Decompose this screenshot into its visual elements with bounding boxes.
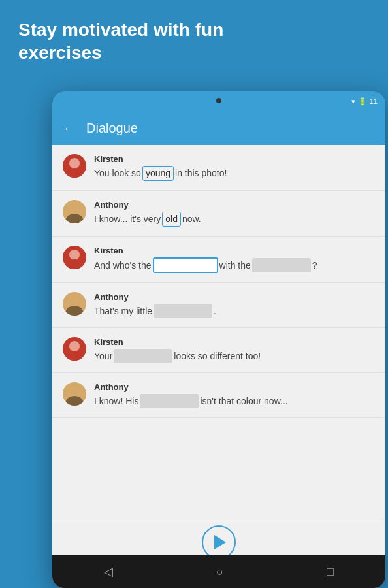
message-row: Anthony I know! His isn't that colour no… (52, 373, 385, 418)
battery-icon: 🔋 (358, 97, 367, 106)
msg-content: Kirsten You look so young in this photo! (94, 154, 375, 181)
svg-point-10 (69, 386, 80, 397)
message-row: Anthony I know... it's very old now. (52, 191, 385, 237)
svg-point-2 (69, 204, 80, 214)
avatar-kirsten (63, 154, 86, 178)
app-bar: ← Dialogue (52, 111, 385, 145)
play-button[interactable] (202, 525, 236, 559)
dialogue-screen: Kirsten You look so young in this photo!… (52, 145, 385, 519)
message-row: Kirsten You look so young in this photo! (52, 145, 385, 191)
play-icon (214, 535, 226, 549)
avatar-anthony (63, 200, 86, 223)
tablet-device: ▾ 🔋 11 ← Dialogue Kirsten You look so yo… (52, 91, 385, 588)
answer-blank[interactable] (153, 257, 218, 273)
status-icons: ▾ 🔋 11 (351, 97, 378, 106)
nav-recent-button[interactable]: □ (327, 565, 334, 579)
msg-content: Anthony I know... it's very old now. (94, 200, 375, 227)
back-button[interactable]: ← (63, 121, 76, 136)
avatar-kirsten (63, 246, 86, 269)
svg-point-4 (69, 250, 80, 260)
svg-point-9 (66, 351, 83, 361)
app-bar-title: Dialogue (86, 121, 138, 136)
svg-point-8 (69, 341, 80, 351)
speaker-name: Anthony (94, 292, 375, 302)
msg-content: Kirsten And who's the with the ? (94, 246, 375, 273)
msg-text: You look so young in this photo! (94, 166, 375, 181)
answer-blank[interactable] (154, 304, 212, 318)
msg-content: Kirsten Your looks so different too! (94, 337, 375, 363)
camera (216, 98, 221, 103)
msg-content: Anthony I know! His isn't that colour no… (94, 382, 375, 408)
message-row: Kirsten And who's the with the ? (52, 237, 385, 283)
message-row: Kirsten Your looks so different too! (52, 328, 385, 373)
answer-blank[interactable] (252, 258, 311, 272)
speaker-name: Anthony (94, 200, 375, 210)
nav-back-button[interactable]: ◁ (104, 564, 113, 579)
svg-point-6 (69, 296, 80, 306)
answer-blank[interactable] (140, 394, 199, 408)
headline: Stay motivated with fun exercises (18, 18, 370, 64)
speaker-name: Anthony (94, 382, 375, 392)
svg-point-11 (66, 396, 83, 406)
time-indicator: 11 (370, 97, 378, 105)
msg-text: That's my little . (94, 304, 375, 318)
highlighted-word: young (142, 166, 174, 181)
avatar-anthony (63, 292, 86, 316)
speaker-name: Kirsten (94, 246, 375, 255)
msg-text: I know! His isn't that colour now... (94, 394, 375, 408)
avatar-anthony (63, 382, 86, 406)
svg-point-3 (66, 214, 83, 223)
msg-content: Anthony That's my little . (94, 292, 375, 318)
avatar-kirsten (63, 337, 86, 361)
msg-text: Your looks so different too! (94, 349, 375, 363)
speaker-name: Kirsten (94, 154, 375, 164)
msg-text: I know... it's very old now. (94, 212, 375, 227)
svg-point-1 (66, 168, 83, 178)
nav-home-button[interactable]: ○ (216, 565, 223, 579)
answer-blank[interactable] (114, 349, 172, 363)
msg-text: And who's the with the ? (94, 257, 375, 273)
svg-point-7 (66, 306, 83, 316)
message-row: Anthony That's my little . (52, 283, 385, 328)
tablet-nav: ◁ ○ □ (52, 555, 385, 588)
svg-point-0 (69, 158, 80, 169)
highlighted-word: old (162, 212, 181, 227)
speaker-name: Kirsten (94, 337, 375, 347)
wifi-icon: ▾ (351, 97, 355, 106)
svg-point-5 (66, 259, 83, 269)
